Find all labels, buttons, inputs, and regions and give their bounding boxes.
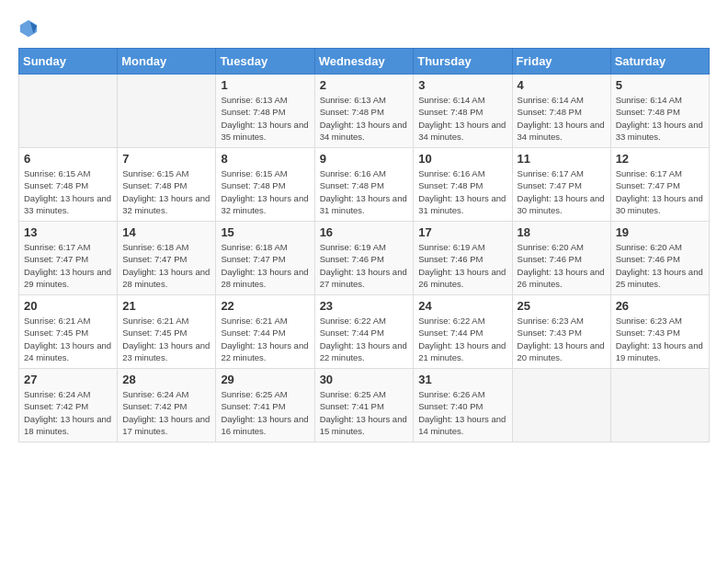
day-info: Sunrise: 6:21 AM Sunset: 7:45 PM Dayligh… [24,315,112,363]
calendar-cell: 23Sunrise: 6:22 AM Sunset: 7:44 PM Dayli… [314,295,414,369]
calendar-cell [610,369,709,442]
day-number: 15 [221,225,309,239]
day-info: Sunrise: 6:14 AM Sunset: 7:48 PM Dayligh… [418,94,506,143]
calendar-cell: 22Sunrise: 6:21 AM Sunset: 7:44 PM Dayli… [216,295,314,369]
calendar-cell: 7Sunrise: 6:15 AM Sunset: 7:48 PM Daylig… [118,148,216,222]
day-number: 12 [616,152,704,166]
calendar-cell: 15Sunrise: 6:18 AM Sunset: 7:47 PM Dayli… [216,222,314,295]
day-info: Sunrise: 6:16 AM Sunset: 7:48 PM Dayligh… [320,167,409,216]
day-number: 13 [24,225,112,239]
calendar-cell: 1Sunrise: 6:13 AM Sunset: 7:48 PM Daylig… [216,75,314,148]
day-info: Sunrise: 6:14 AM Sunset: 7:48 PM Dayligh… [518,94,606,143]
calendar-cell: 12Sunrise: 6:17 AM Sunset: 7:47 PM Dayli… [610,148,709,222]
day-info: Sunrise: 6:13 AM Sunset: 7:48 PM Dayligh… [221,94,309,143]
day-number: 30 [320,373,409,386]
calendar-table: SundayMondayTuesdayWednesdayThursdayFrid… [18,48,710,442]
weekday-header-tuesday: Tuesday [216,49,314,75]
calendar-cell: 8Sunrise: 6:15 AM Sunset: 7:48 PM Daylig… [216,148,314,222]
calendar-cell: 19Sunrise: 6:20 AM Sunset: 7:46 PM Dayli… [610,222,709,295]
calendar-cell: 14Sunrise: 6:18 AM Sunset: 7:47 PM Dayli… [118,222,216,295]
calendar-week-row: 27Sunrise: 6:24 AM Sunset: 7:42 PM Dayli… [19,369,710,442]
weekday-header-friday: Friday [512,49,610,75]
weekday-header-wednesday: Wednesday [314,49,414,75]
calendar-cell: 5Sunrise: 6:14 AM Sunset: 7:48 PM Daylig… [610,75,709,148]
day-info: Sunrise: 6:17 AM Sunset: 7:47 PM Dayligh… [24,241,112,290]
calendar-cell [19,75,118,148]
page-header [18,18,710,39]
day-info: Sunrise: 6:25 AM Sunset: 7:41 PM Dayligh… [221,388,309,437]
calendar-cell: 24Sunrise: 6:22 AM Sunset: 7:44 PM Dayli… [414,295,512,369]
calendar-cell: 26Sunrise: 6:23 AM Sunset: 7:43 PM Dayli… [610,295,709,369]
day-number: 24 [418,299,506,313]
day-info: Sunrise: 6:15 AM Sunset: 7:48 PM Dayligh… [24,167,112,216]
day-info: Sunrise: 6:20 AM Sunset: 7:46 PM Dayligh… [616,241,704,290]
day-number: 28 [122,373,210,386]
day-number: 17 [418,225,506,239]
day-info: Sunrise: 6:20 AM Sunset: 7:46 PM Dayligh… [518,241,606,290]
calendar-week-row: 1Sunrise: 6:13 AM Sunset: 7:48 PM Daylig… [19,75,710,148]
calendar-cell: 25Sunrise: 6:23 AM Sunset: 7:43 PM Dayli… [512,295,610,369]
calendar-cell: 27Sunrise: 6:24 AM Sunset: 7:42 PM Dayli… [19,369,118,442]
day-info: Sunrise: 6:18 AM Sunset: 7:47 PM Dayligh… [122,241,210,290]
day-info: Sunrise: 6:19 AM Sunset: 7:46 PM Dayligh… [418,241,506,290]
calendar-cell: 3Sunrise: 6:14 AM Sunset: 7:48 PM Daylig… [414,75,512,148]
calendar-cell [118,75,216,148]
calendar-cell: 11Sunrise: 6:17 AM Sunset: 7:47 PM Dayli… [512,148,610,222]
day-number: 23 [320,299,409,313]
calendar-cell: 10Sunrise: 6:16 AM Sunset: 7:48 PM Dayli… [414,148,512,222]
day-info: Sunrise: 6:25 AM Sunset: 7:41 PM Dayligh… [320,388,409,437]
day-number: 14 [122,225,210,239]
day-info: Sunrise: 6:19 AM Sunset: 7:46 PM Dayligh… [320,241,409,290]
logo [18,18,42,39]
day-number: 19 [616,225,704,239]
day-number: 29 [221,373,309,386]
day-number: 18 [518,225,606,239]
weekday-header-thursday: Thursday [414,49,512,75]
day-number: 21 [122,299,210,313]
day-info: Sunrise: 6:24 AM Sunset: 7:42 PM Dayligh… [122,388,210,437]
logo-icon [18,18,39,39]
day-number: 8 [221,152,309,166]
calendar-cell: 4Sunrise: 6:14 AM Sunset: 7:48 PM Daylig… [512,75,610,148]
calendar-week-row: 20Sunrise: 6:21 AM Sunset: 7:45 PM Dayli… [19,295,710,369]
calendar-cell: 17Sunrise: 6:19 AM Sunset: 7:46 PM Dayli… [414,222,512,295]
calendar-cell: 16Sunrise: 6:19 AM Sunset: 7:46 PM Dayli… [314,222,414,295]
day-number: 16 [320,225,409,239]
day-info: Sunrise: 6:13 AM Sunset: 7:48 PM Dayligh… [320,94,409,143]
day-number: 26 [616,299,704,313]
day-number: 25 [518,299,606,313]
weekday-header-monday: Monday [118,49,216,75]
day-info: Sunrise: 6:23 AM Sunset: 7:43 PM Dayligh… [616,315,704,363]
day-info: Sunrise: 6:21 AM Sunset: 7:45 PM Dayligh… [122,315,210,363]
day-info: Sunrise: 6:24 AM Sunset: 7:42 PM Dayligh… [24,388,112,437]
day-info: Sunrise: 6:14 AM Sunset: 7:48 PM Dayligh… [616,94,704,143]
calendar-cell: 28Sunrise: 6:24 AM Sunset: 7:42 PM Dayli… [118,369,216,442]
day-info: Sunrise: 6:15 AM Sunset: 7:48 PM Dayligh… [221,167,309,216]
day-number: 9 [320,152,409,166]
day-number: 3 [418,78,506,92]
day-number: 7 [122,152,210,166]
calendar-cell: 31Sunrise: 6:26 AM Sunset: 7:40 PM Dayli… [414,369,512,442]
day-info: Sunrise: 6:22 AM Sunset: 7:44 PM Dayligh… [320,315,409,363]
day-number: 4 [518,78,606,92]
day-number: 2 [320,78,409,92]
calendar-cell: 2Sunrise: 6:13 AM Sunset: 7:48 PM Daylig… [314,75,414,148]
day-info: Sunrise: 6:15 AM Sunset: 7:48 PM Dayligh… [122,167,210,216]
weekday-header-sunday: Sunday [19,49,118,75]
day-info: Sunrise: 6:26 AM Sunset: 7:40 PM Dayligh… [418,388,506,437]
day-info: Sunrise: 6:18 AM Sunset: 7:47 PM Dayligh… [221,241,309,290]
day-number: 31 [418,373,506,386]
calendar-cell: 20Sunrise: 6:21 AM Sunset: 7:45 PM Dayli… [19,295,118,369]
day-number: 1 [221,78,309,92]
day-number: 6 [24,152,112,166]
day-info: Sunrise: 6:23 AM Sunset: 7:43 PM Dayligh… [518,315,606,363]
day-number: 20 [24,299,112,313]
day-number: 10 [418,152,506,166]
calendar-week-row: 6Sunrise: 6:15 AM Sunset: 7:48 PM Daylig… [19,148,710,222]
calendar-cell: 9Sunrise: 6:16 AM Sunset: 7:48 PM Daylig… [314,148,414,222]
calendar-cell: 6Sunrise: 6:15 AM Sunset: 7:48 PM Daylig… [19,148,118,222]
calendar-cell: 21Sunrise: 6:21 AM Sunset: 7:45 PM Dayli… [118,295,216,369]
day-number: 11 [518,152,606,166]
calendar-week-row: 13Sunrise: 6:17 AM Sunset: 7:47 PM Dayli… [19,222,710,295]
weekday-header-row: SundayMondayTuesdayWednesdayThursdayFrid… [19,49,710,75]
